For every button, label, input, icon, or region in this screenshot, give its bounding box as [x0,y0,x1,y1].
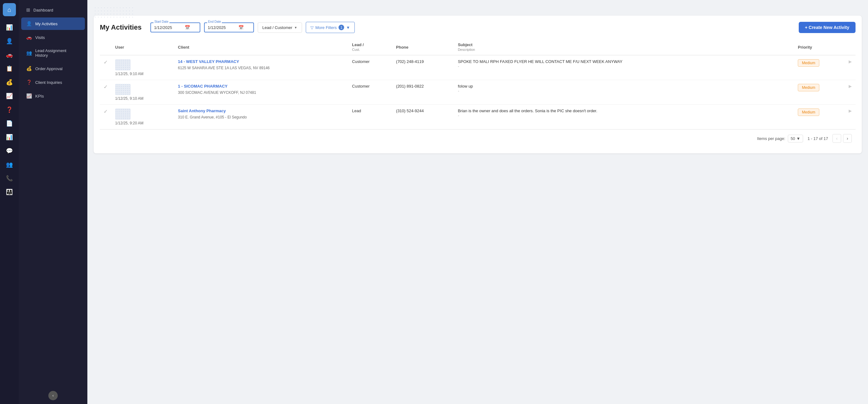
row-subject-0: SPOKE TO MALI RPH FAXED FLYER HE WILL CO… [454,55,794,80]
activities-card: My Activities Start Date 📅 End Date 📅 [94,15,862,154]
sidebar-item-my-activities[interactable]: 👤 My Activities [21,18,85,30]
visits-icon: 🚗 [26,35,32,40]
rail-icon-contacts[interactable]: 👨‍👩‍👧 [4,187,15,198]
rail-icon-docs[interactable]: 📄 [4,118,15,129]
start-date-input-wrap[interactable]: 📅 [150,23,200,32]
subject-dash-1: - [458,89,790,93]
rail-icon-kpi[interactable]: 📊 [4,132,15,143]
rail-icon-chat[interactable]: 💬 [4,145,15,157]
dashboard-icon: ⊞ [26,7,30,13]
col-phone: Phone [392,39,454,55]
client-addr-2: 310 E. Grand Avenue, #105 - El Segundo [178,114,344,120]
inquiries-icon: ❓ [26,79,32,85]
end-date-field: End Date 📅 [204,23,254,32]
sidebar-item-label: My Activities [35,22,58,26]
col-action [845,39,856,55]
client-link-0[interactable]: 14 - WEST VALLEY PHARMACY [178,59,239,64]
row-type-2: Lead [348,105,392,129]
table-row: ✓ 1/12/25, 9:10 AM 1 - SICOMAC PHARMACY … [100,80,856,105]
row-check-0[interactable]: ✓ [100,55,112,80]
more-filters-button[interactable]: ▽ More Filters 1 ▼ [306,22,355,33]
more-filters-chevron-icon: ▼ [346,25,350,30]
col-lead-cust: Lead / Cust. [348,39,392,55]
sidebar-item-label: Visits [35,35,45,40]
rail-icon-phone[interactable]: 📞 [4,173,15,184]
end-date-calendar-icon[interactable]: 📅 [238,25,244,30]
row-check-2[interactable]: ✓ [100,105,112,129]
rail-icon-analytics[interactable]: 📈 [4,91,15,102]
priority-badge-0: Medium [798,59,819,67]
row-subject-2: Brian is the owner and does all the orde… [454,105,794,129]
lead-customer-filter[interactable]: Lead / Customer ▼ [258,23,302,33]
sidebar-item-label: Lead Assignment History [35,48,80,58]
page-title: My Activities [100,23,142,32]
rail-icon-money[interactable]: 💰 [4,77,15,88]
rail-icon-users[interactable]: 👤 [4,36,15,47]
sidebar-item-order-approval[interactable]: 💰 Order Approval [21,62,85,75]
start-date-input[interactable] [154,25,182,30]
rail-icon-visits[interactable]: 🚗 [4,49,15,61]
row-client-1: 1 - SICOMAC PHARMACY 300 SICOMAC AVENUE … [174,80,348,105]
row-phone-1: (201) 891-0822 [392,80,454,105]
subject-dash-2: - [458,113,790,118]
filter-icon: ▽ [310,25,314,30]
icon-rail: ⌂ 📊 👤 🚗 📋 💰 📈 ❓ 📄 📊 💬 👥 📞 👨‍👩‍👧 [0,0,19,404]
sidebar-collapse-button[interactable]: ‹ [49,391,58,400]
end-date-input-wrap[interactable]: 📅 [204,23,254,32]
end-date-input[interactable] [208,25,236,30]
row-priority-1: Medium [794,80,845,105]
table-header-row: User Client Lead / Cust. Phone [100,39,856,55]
row-priority-2: Medium [794,105,845,129]
create-activity-button[interactable]: + Create New Activity [799,22,856,33]
row-action-0[interactable]: ▶ [845,55,856,80]
more-filters-label: More Filters [315,25,337,30]
subject-text-0: SPOKE TO MALI RPH FAXED FLYER HE WILL CO… [458,59,790,64]
sidebar-item-visits[interactable]: 🚗 Visits [21,31,85,44]
row-priority-0: Medium [794,55,845,80]
order-icon: 💰 [26,66,32,71]
page-info: 1 - 17 of 17 [807,136,828,141]
row-subject-1: folow up - [454,80,794,105]
rail-icon-team[interactable]: 👥 [4,159,15,170]
prev-page-button[interactable]: ‹ [832,134,841,143]
create-btn-label: + Create New Activity [805,25,849,30]
items-per-page-label: Items per page: [757,136,785,141]
sidebar-item-dashboard[interactable]: ⊞ Dashboard [21,4,85,16]
sidebar: ⊞ Dashboard 👤 My Activities 🚗 Visits 👥 L… [19,0,87,404]
subject-text-2: Brian is the owner and does all the orde… [458,108,790,113]
row-action-2[interactable]: ▶ [845,105,856,129]
pagination-row: Items per page: 50 ▼ 1 - 17 of 17 ‹ › [100,129,856,147]
lead-assignment-icon: 👥 [26,50,32,56]
sidebar-item-kpis[interactable]: 📈 KPIs [21,90,85,102]
end-date-label: End Date [207,20,222,23]
rail-icon-leads[interactable]: 📋 [4,63,15,74]
sidebar-item-lead-assignment[interactable]: 👥 Lead Assignment History [21,45,85,61]
client-link-2[interactable]: Saint Anthony Pharmacy [178,108,225,113]
row-action-1[interactable]: ▶ [845,80,856,105]
col-user: User [112,39,174,55]
col-priority: Priority [794,39,845,55]
activities-icon: 👤 [26,21,32,27]
filter-label: Lead / Customer [262,25,292,30]
col-check [100,39,112,55]
start-date-calendar-icon[interactable]: 📅 [185,25,190,30]
row-type-1: Customer [348,80,392,105]
row-client-2: Saint Anthony Pharmacy 310 E. Grand Aven… [174,105,348,129]
sidebar-item-label: Dashboard [33,8,53,12]
client-link-1[interactable]: 1 - SICOMAC PHARMACY [178,84,227,89]
per-page-value: 50 [790,136,795,141]
dots-decoration [94,6,134,19]
sidebar-item-label: Order Approval [35,66,62,71]
main-content: My Activities Start Date 📅 End Date 📅 [87,0,868,404]
client-addr-0: 6125 W SAHARA AVE STE 1A LAS VEGAS, NV 8… [178,65,344,71]
per-page-select[interactable]: 50 ▼ [788,135,803,142]
row-check-1[interactable]: ✓ [100,80,112,105]
items-per-page: Items per page: 50 ▼ [757,135,803,142]
sidebar-item-client-inquiries[interactable]: ❓ Client Inquiries [21,76,85,89]
home-icon-btn[interactable]: ⌂ [3,3,16,16]
rail-icon-reports[interactable]: 📊 [4,22,15,33]
next-page-button[interactable]: › [843,134,852,143]
rail-icon-help[interactable]: ❓ [4,104,15,115]
user-avatar-1 [115,84,131,95]
filters-count-badge: 1 [339,25,344,30]
